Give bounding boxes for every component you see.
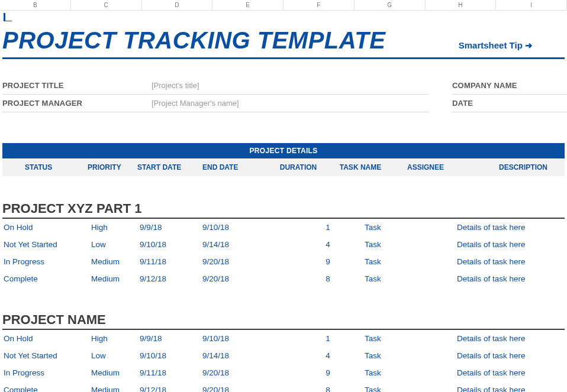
cell-duration[interactable]: 9 (291, 368, 365, 377)
table-row[interactable]: In ProgressMedium9/11/189/20/189TaskDeta… (2, 364, 565, 381)
cell-priority[interactable]: Medium (91, 368, 140, 377)
meta-value[interactable]: [Project Manager's name] (152, 99, 239, 108)
project-details-bar: PROJECT DETAILS (2, 143, 565, 158)
cell-task-name[interactable]: Task (365, 334, 436, 343)
cell-start-date[interactable]: 9/11/18 (140, 257, 202, 266)
table-row[interactable]: Not Yet StartedLow9/10/189/14/184TaskDet… (2, 236, 565, 253)
project-meta-block: PROJECT TITLE[Project's title]PROJECT MA… (2, 77, 565, 112)
cell-duration[interactable]: 4 (291, 240, 365, 249)
column-header-cell[interactable]: I (496, 0, 567, 10)
cell-priority[interactable]: Medium (91, 257, 140, 266)
cell-duration[interactable]: 9 (291, 257, 365, 266)
table-row[interactable]: CompleteMedium9/12/189/20/188TaskDetails… (2, 381, 565, 392)
table-row[interactable]: In ProgressMedium9/11/189/20/189TaskDeta… (2, 253, 565, 270)
meta-value[interactable]: [Project's title] (152, 81, 199, 90)
cell-end-date[interactable]: 9/14/18 (202, 240, 291, 249)
table-row[interactable]: CompleteMedium9/12/189/20/188TaskDetails… (2, 270, 565, 287)
col-header-duration: DURATION (263, 163, 328, 171)
cell-description[interactable]: Details of task here (457, 385, 565, 392)
meta-label: PROJECT MANAGER (2, 99, 152, 108)
cell-task-name[interactable]: Task (365, 223, 436, 232)
cell-priority[interactable]: High (91, 334, 140, 343)
cell-end-date[interactable]: 9/10/18 (202, 334, 291, 343)
cell-priority[interactable]: Low (91, 351, 140, 360)
cell-priority[interactable]: Medium (91, 385, 140, 392)
column-header-cell[interactable]: F (284, 0, 355, 10)
cell-duration[interactable]: 1 (291, 223, 365, 232)
section-title: PROJECT XYZ PART 1 (2, 201, 565, 219)
page-title: PROJECT TRACKING TEMPLATE (2, 27, 385, 54)
col-header-task-name: TASK NAME (328, 163, 393, 171)
cell-task-name[interactable]: Task (365, 385, 436, 392)
cell-task-name[interactable]: Task (365, 274, 436, 283)
cell-description[interactable]: Details of task here (457, 274, 565, 283)
spreadsheet-column-header: BCDEFGHI (0, 0, 567, 11)
meta-label: DATE (452, 99, 567, 108)
cell-duration[interactable]: 1 (291, 334, 365, 343)
meta-row: COMPANY NAME (452, 77, 567, 95)
col-header-description: DESCRIPTION (458, 163, 565, 171)
cell-task-name[interactable]: Task (365, 368, 436, 377)
meta-label: COMPANY NAME (452, 81, 567, 90)
cell-status[interactable]: On Hold (2, 223, 91, 232)
cell-end-date[interactable]: 9/20/18 (202, 368, 291, 377)
table-header-row: STATUS PRIORITY START DATE END DATE DURA… (2, 158, 565, 176)
table-row[interactable]: Not Yet StartedLow9/10/189/14/184TaskDet… (2, 347, 565, 364)
col-header-end-date: END DATE (201, 163, 263, 171)
column-header-cell[interactable]: D (142, 0, 213, 10)
cell-status[interactable]: Not Yet Started (2, 351, 91, 360)
meta-row: DATE (452, 95, 567, 112)
cell-start-date[interactable]: 9/10/18 (140, 240, 202, 249)
cell-duration[interactable]: 4 (291, 351, 365, 360)
cell-end-date[interactable]: 9/10/18 (202, 223, 291, 232)
cell-start-date[interactable]: 9/12/18 (140, 385, 202, 392)
table-row[interactable]: On HoldHigh9/9/189/10/181TaskDetails of … (2, 330, 565, 347)
meta-row: PROJECT TITLE[Project's title] (2, 77, 429, 95)
cell-end-date[interactable]: 9/20/18 (202, 385, 291, 392)
cell-description[interactable]: Details of task here (457, 351, 565, 360)
cell-description[interactable]: Details of task here (457, 240, 565, 249)
cell-end-date[interactable]: 9/14/18 (202, 351, 291, 360)
cell-description[interactable]: Details of task here (457, 257, 565, 266)
col-header-status: STATUS (2, 163, 73, 171)
cell-status[interactable]: Complete (2, 274, 91, 283)
cell-status[interactable]: In Progress (2, 257, 91, 266)
cell-description[interactable]: Details of task here (457, 223, 565, 232)
cell-start-date[interactable]: 9/9/18 (140, 334, 202, 343)
cell-description[interactable]: Details of task here (457, 368, 565, 377)
smartsheet-tip-link[interactable]: Smartsheet Tip ➜ (459, 40, 565, 51)
cell-status[interactable]: In Progress (2, 368, 91, 377)
cell-task-name[interactable]: Task (365, 351, 436, 360)
cell-status[interactable]: Complete (2, 385, 91, 392)
cell-start-date[interactable]: 9/9/18 (140, 223, 202, 232)
column-header-cell[interactable]: B (0, 0, 71, 10)
column-header-cell[interactable]: H (426, 0, 497, 10)
cell-start-date[interactable]: 9/12/18 (140, 274, 202, 283)
column-header-cell[interactable]: E (212, 0, 284, 10)
column-header-cell[interactable]: C (71, 0, 142, 10)
col-header-priority: PRIORITY (73, 163, 136, 171)
cell-priority[interactable]: Medium (91, 274, 140, 283)
cell-duration[interactable]: 8 (291, 385, 365, 392)
cell-status[interactable]: On Hold (2, 334, 91, 343)
meta-row: PROJECT MANAGER[Project Manager's name] (2, 95, 429, 112)
cell-end-date[interactable]: 9/20/18 (202, 257, 291, 266)
cell-task-name[interactable]: Task (365, 240, 436, 249)
cell-task-name[interactable]: Task (365, 257, 436, 266)
cell-start-date[interactable]: 9/10/18 (140, 351, 202, 360)
cell-end-date[interactable]: 9/20/18 (202, 274, 291, 283)
cell-selection-indicator (4, 13, 12, 21)
cell-description[interactable]: Details of task here (457, 334, 565, 343)
cell-start-date[interactable]: 9/11/18 (140, 368, 202, 377)
cell-duration[interactable]: 8 (291, 274, 365, 283)
section-title: PROJECT NAME (2, 312, 565, 330)
col-header-start-date: START DATE (136, 163, 201, 171)
col-header-assignee: ASSIGNEE (393, 163, 458, 171)
cell-priority[interactable]: Low (91, 240, 140, 249)
cell-status[interactable]: Not Yet Started (2, 240, 91, 249)
meta-label: PROJECT TITLE (2, 81, 152, 90)
cell-priority[interactable]: High (91, 223, 140, 232)
column-header-cell[interactable]: G (355, 0, 426, 10)
table-row[interactable]: On HoldHigh9/9/189/10/181TaskDetails of … (2, 219, 565, 236)
